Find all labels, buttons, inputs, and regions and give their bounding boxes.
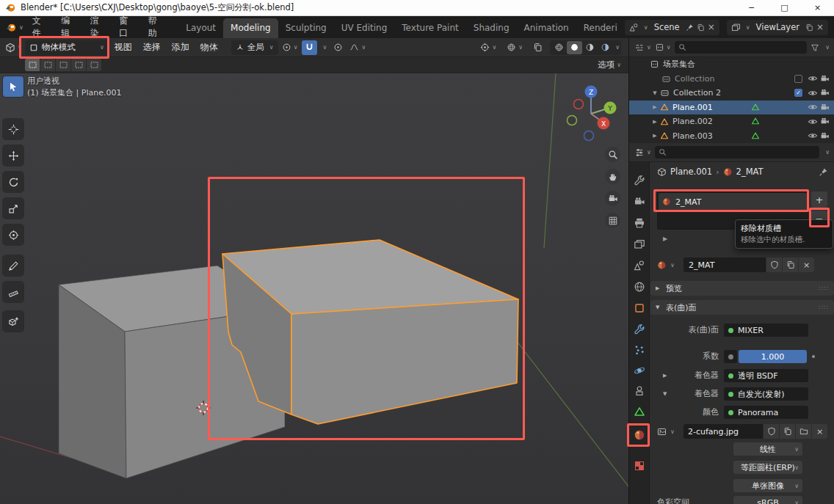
pan-hand-icon[interactable] xyxy=(605,169,620,184)
unlink-scene-button[interactable]: × xyxy=(708,22,715,32)
ortho-grid-icon[interactable] xyxy=(605,213,620,228)
outliner-row-plane-001[interactable]: ▶ Plane.001 xyxy=(629,101,834,115)
tool-select-box[interactable] xyxy=(3,76,23,97)
tool-annotate[interactable] xyxy=(3,255,23,276)
camera-icon[interactable] xyxy=(820,88,830,98)
properties-tab-constraints[interactable] xyxy=(634,385,645,397)
surface-shader-button[interactable]: MIXER xyxy=(724,324,808,337)
mode-dropdown[interactable]: 物体模式 ∨ xyxy=(25,40,109,55)
axis-minus-z-handle[interactable] xyxy=(584,131,594,141)
shading-options-dropdown[interactable]: ∨ xyxy=(615,44,620,51)
outliner-row-collection-2[interactable]: ▼ Collection 2 ✓ xyxy=(629,86,834,101)
color-source-button[interactable]: Panorama xyxy=(724,406,808,419)
material-browse-button[interactable]: ∨ xyxy=(657,258,675,272)
outliner-editor-type-button[interactable]: ∨ xyxy=(634,43,651,53)
surface-panel-header[interactable]: ▼ 表(曲)面 ∷∷ xyxy=(650,300,834,315)
proportional-editing-toggle[interactable] xyxy=(330,43,346,52)
chevron-down-icon[interactable]: ▼ xyxy=(650,90,660,96)
properties-tab-object-data[interactable] xyxy=(634,406,645,417)
image-name-field[interactable]: 2-cufang.jpg xyxy=(683,424,763,439)
maximize-button[interactable]: □ xyxy=(768,0,801,15)
tool-transform[interactable] xyxy=(3,224,23,245)
fake-user-button[interactable] xyxy=(766,258,782,272)
blender-app-menu[interactable]: ∨ xyxy=(0,22,26,33)
panel-grip[interactable]: ∷∷ xyxy=(819,304,829,311)
image-open-button[interactable] xyxy=(795,424,811,439)
tool-cursor[interactable] xyxy=(3,119,23,139)
properties-editor-type-button[interactable]: ∨ xyxy=(634,147,651,158)
eye-icon[interactable] xyxy=(808,88,818,98)
pivot-point-dropdown[interactable]: ∨ xyxy=(279,43,301,52)
zoom-icon[interactable] xyxy=(605,147,620,162)
workspace-tab-shading[interactable]: Shading xyxy=(466,18,517,38)
chevron-right-icon[interactable]: ▶ xyxy=(650,133,660,139)
breadcrumb-material[interactable]: 2_MAT xyxy=(736,167,764,177)
source-dropdown[interactable]: 单张图像 ∨ xyxy=(733,479,802,492)
menu-viewport-object[interactable]: 物体 xyxy=(195,41,223,54)
mesh-object-selected[interactable] xyxy=(222,240,518,424)
tool-scale[interactable] xyxy=(3,198,23,219)
chevron-right-icon[interactable]: ▶ xyxy=(650,119,660,125)
workspace-tab-layout[interactable]: Layout xyxy=(178,18,223,38)
xray-toggle[interactable] xyxy=(530,43,545,52)
tool-measure[interactable] xyxy=(3,282,23,302)
select-subtract-button[interactable] xyxy=(56,59,70,71)
camera-icon[interactable] xyxy=(820,74,830,84)
tool-move[interactable] xyxy=(3,145,23,166)
options-dropdown[interactable]: 选项∨ xyxy=(598,59,621,70)
shading-rendered-button[interactable] xyxy=(598,41,613,54)
preview-panel-header[interactable]: ▶ 预览 ∷∷ xyxy=(650,281,834,296)
close-button[interactable]: × xyxy=(801,0,834,15)
properties-tab-tool[interactable] xyxy=(634,175,645,186)
remove-view-layer-button[interactable]: × xyxy=(816,22,824,32)
view-layer-selector[interactable]: ∨ ViewLayer × xyxy=(727,20,828,35)
workspace-tab-sculpting[interactable]: Sculpting xyxy=(278,18,334,38)
factor-slider[interactable]: 1.000 xyxy=(739,350,807,363)
chevron-right-icon[interactable]: ▶ xyxy=(650,104,660,110)
outliner-search-input[interactable] xyxy=(675,41,807,54)
shading-solid-button[interactable] xyxy=(567,41,582,54)
menu-viewport-select[interactable]: 选择 xyxy=(138,41,166,54)
factor-socket-button[interactable] xyxy=(724,350,737,363)
image-fake-user-button[interactable] xyxy=(763,424,779,439)
interpolation-dropdown[interactable]: 线性 ∨ xyxy=(733,442,802,456)
menu-edit[interactable]: 编辑 xyxy=(55,15,84,40)
axis-minus-x-handle[interactable] xyxy=(574,100,584,109)
minimize-button[interactable]: ─ xyxy=(735,0,768,15)
camera-icon[interactable] xyxy=(820,117,830,126)
new-scene-button[interactable] xyxy=(697,23,705,32)
eye-icon[interactable] xyxy=(808,117,818,127)
navigation-gizmo[interactable]: Z Y X xyxy=(568,86,617,141)
properties-tab-output[interactable] xyxy=(634,217,645,229)
outliner-row-collection[interactable]: Collection xyxy=(629,72,834,87)
3d-viewport[interactable]: Z Y X 用户透视 (1) 场景集合 | Plane.001 xyxy=(0,73,628,504)
workspace-tab-modeling[interactable]: Modeling xyxy=(223,18,278,38)
menu-help[interactable]: 帮助 xyxy=(142,15,171,40)
material-name-field[interactable]: 2_MAT xyxy=(683,258,766,272)
properties-tab-texture[interactable] xyxy=(634,460,645,472)
image-new-button[interactable] xyxy=(779,424,795,439)
show-gizmo-dropdown[interactable]: ∨ xyxy=(477,43,499,52)
projection-dropdown[interactable]: 等距圆柱(ERP) ∨ xyxy=(733,461,802,474)
outliner-filter-dropdown[interactable]: ∨ xyxy=(825,44,830,51)
animate-dot-icon[interactable] xyxy=(812,355,815,358)
chevron-right-icon[interactable]: ▶ xyxy=(663,235,667,242)
image-unlink-button[interactable]: × xyxy=(811,424,827,439)
shader1-button[interactable]: 透明 BSDF xyxy=(724,369,808,382)
properties-tab-render[interactable] xyxy=(634,196,645,208)
select-set-button[interactable] xyxy=(25,59,40,71)
select-extend-button[interactable] xyxy=(40,59,55,71)
menu-window[interactable]: 窗口 xyxy=(113,15,142,40)
transform-orientation-dropdown[interactable]: 全局 ∨ xyxy=(231,40,278,55)
panel-grip[interactable]: ∷∷ xyxy=(819,285,829,292)
collection-exclude-checkbox[interactable]: ✓ xyxy=(794,89,802,97)
pin-icon[interactable] xyxy=(819,167,828,177)
eye-icon[interactable] xyxy=(808,131,818,141)
menu-viewport-view[interactable]: 视图 xyxy=(109,41,137,54)
new-view-layer-button[interactable] xyxy=(805,23,813,32)
tool-rotate[interactable] xyxy=(3,172,23,192)
camera-view-icon[interactable] xyxy=(605,191,620,206)
show-overlays-dropdown[interactable]: ∨ xyxy=(504,43,526,52)
shading-wireframe-button[interactable] xyxy=(551,41,567,54)
properties-search-input[interactable] xyxy=(655,146,819,158)
